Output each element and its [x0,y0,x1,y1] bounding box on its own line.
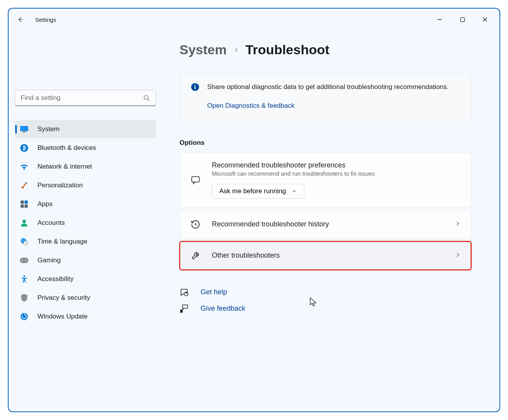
svg-point-6 [20,144,28,152]
card-other-troubleshooters[interactable]: Other troubleshooters [179,241,471,270]
sidebar-item-windows-update[interactable]: Windows Update [15,308,156,326]
give-feedback-link[interactable]: Give feedback [179,304,471,314]
help-link-label: Give feedback [201,304,245,313]
shield-icon [20,293,29,303]
nav-list: System Bluetooth & devices Network & int… [15,120,161,326]
sidebar-item-label: System [37,125,60,133]
svg-point-2 [144,95,148,100]
svg-rect-7 [21,201,24,204]
breadcrumb: System Troubleshoot [179,42,471,57]
page-title: Troubleshoot [245,42,329,57]
monitor-icon [20,125,29,134]
update-icon [20,312,29,321]
back-button[interactable] [12,11,29,28]
svg-point-17 [23,275,25,277]
sidebar-item-label: Personalization [37,182,83,189]
minimize-button[interactable] [428,11,451,28]
svg-rect-22 [192,176,199,182]
sidebar-item-label: Accessibility [37,275,74,283]
svg-rect-24 [183,305,188,308]
sidebar-item-gaming[interactable]: Gaming [15,251,156,269]
search-input[interactable] [21,94,143,102]
sidebar-item-apps[interactable]: Apps [15,195,156,213]
info-text: Share optional diagnostic data to get ad… [207,83,449,91]
svg-rect-10 [25,205,28,208]
svg-rect-5 [23,132,26,132]
svg-point-11 [22,220,26,223]
get-help-link[interactable]: Get help [179,287,471,297]
svg-rect-4 [21,127,28,131]
sidebar-item-label: Windows Update [37,313,88,320]
svg-point-21 [195,85,196,86]
info-banner: Share optional diagnostic data to get ad… [179,73,471,120]
maximize-button[interactable] [451,11,474,28]
close-icon [482,17,488,22]
sidebar-item-system[interactable]: System [15,120,156,138]
person-icon [20,218,29,228]
wrench-icon [190,250,201,261]
section-header-options: Options [179,139,471,147]
sidebar-item-label: Network & internet [37,163,92,171]
info-icon [191,83,199,91]
chevron-right-icon [455,252,461,260]
bluetooth-icon [20,143,29,153]
question-bubble-icon [179,287,190,297]
card-title: Recommended troubleshooter preferences [212,161,461,169]
sidebar-item-network[interactable]: Network & internet [15,158,156,176]
card-title: Other troubleshooters [212,251,444,260]
maximize-icon [460,17,465,22]
arrow-left-icon [17,16,24,23]
svg-rect-20 [195,86,196,89]
search-box[interactable] [15,90,156,106]
search-icon [143,94,150,101]
svg-rect-14 [20,258,28,263]
sidebar-item-accessibility[interactable]: Accessibility [15,270,156,288]
main-content: System Troubleshoot Share optional diagn… [161,30,499,411]
sidebar-item-label: Gaming [37,256,61,264]
gamepad-icon [20,256,29,265]
sidebar-item-bluetooth[interactable]: Bluetooth & devices [15,139,156,157]
card-troubleshooter-preferences: Recommended troubleshooter preferences M… [179,152,471,208]
chevron-right-icon [233,44,239,55]
feedback-icon [179,304,190,314]
svg-point-15 [22,260,23,261]
card-title: Recommended troubleshooter history [212,220,444,228]
svg-rect-1 [460,18,464,21]
help-link-label: Get help [201,288,227,296]
account-area [15,34,161,88]
sidebar-item-privacy[interactable]: Privacy & security [15,289,156,307]
chat-icon [190,174,201,185]
sidebar-item-label: Time & language [37,238,87,246]
svg-rect-9 [21,205,24,208]
chevron-right-icon [455,221,461,228]
wifi-icon [20,162,29,171]
minimize-icon [437,17,442,22]
titlebar: Settings [9,9,499,30]
chevron-down-icon [291,189,297,194]
sidebar-item-time-language[interactable]: Time & language [15,233,156,251]
sidebar-item-label: Apps [37,200,53,208]
dropdown-selected: Ask me before running [219,187,286,195]
history-icon [190,219,201,230]
breadcrumb-parent[interactable]: System [179,42,227,57]
sidebar-item-label: Accounts [37,219,65,227]
sidebar-item-label: Bluetooth & devices [37,144,96,152]
brush-icon [20,181,29,190]
card-troubleshooter-history[interactable]: Recommended troubleshooter history [179,210,471,239]
card-subtitle: Microsoft can recommend and run troubles… [212,170,461,177]
accessibility-icon [20,274,29,284]
preferences-dropdown[interactable]: Ask me before running [212,184,304,199]
sidebar: System Bluetooth & devices Network & int… [9,30,161,411]
close-button[interactable] [474,11,496,28]
svg-rect-8 [25,201,28,204]
sidebar-item-accounts[interactable]: Accounts [15,214,156,232]
sidebar-item-label: Privacy & security [37,294,90,302]
globe-clock-icon [20,237,29,246]
diagnostics-feedback-link[interactable]: Open Diagnostics & feedback [207,101,449,111]
apps-icon [20,199,29,209]
app-title: Settings [35,16,56,23]
sidebar-item-personalization[interactable]: Personalization [15,176,156,194]
svg-point-16 [26,260,27,261]
